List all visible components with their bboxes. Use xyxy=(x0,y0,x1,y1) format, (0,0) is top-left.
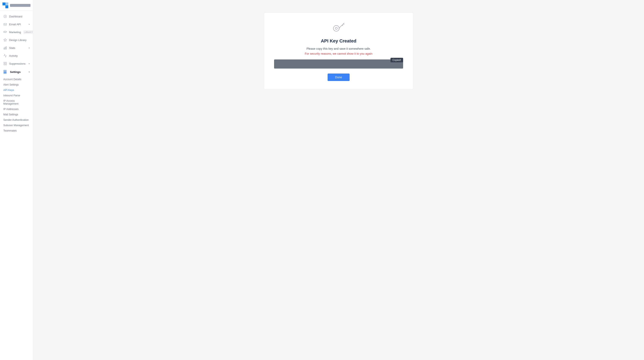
activity-icon xyxy=(3,54,7,58)
sidebar-item-marketing[interactable]: Marketing LEGACY ▾ xyxy=(0,28,33,36)
sidebar-item-design-library[interactable]: Design Library xyxy=(0,36,33,44)
sidebar-item-marketing-label: Marketing xyxy=(9,31,21,34)
sub-nav-item-ip-access-management[interactable]: IP Access Management xyxy=(0,98,33,106)
modal-warning: For security reasons, we cannot show it … xyxy=(305,52,372,55)
modal-subtitle: Please copy this key and save it somewhe… xyxy=(306,47,371,50)
sub-nav-item-teammates[interactable]: Teammates xyxy=(0,128,33,133)
email-api-chevron-icon: ▾ xyxy=(29,23,30,25)
sub-nav-item-mail-settings[interactable]: Mail Settings xyxy=(0,112,33,117)
sidebar-item-email-api[interactable]: Email API ▾ xyxy=(0,20,33,28)
sub-nav-item-alert-settings[interactable]: Alert Settings xyxy=(0,82,33,87)
svg-rect-1 xyxy=(6,5,8,8)
settings-chevron-icon: ▾ xyxy=(29,71,30,73)
sidebar-item-email-api-label: Email API xyxy=(9,23,21,26)
svg-line-22 xyxy=(342,25,343,26)
sidebar-item-dashboard[interactable]: Dashboard xyxy=(0,12,33,20)
svg-rect-6 xyxy=(4,48,4,49)
sidebar-item-dashboard-label: Dashboard xyxy=(9,15,22,18)
api-key-input[interactable] xyxy=(274,59,403,69)
svg-rect-5 xyxy=(4,23,7,25)
settings-icon xyxy=(3,70,8,74)
logo-text-bar xyxy=(10,4,30,7)
svg-rect-2 xyxy=(6,2,8,5)
svg-rect-13 xyxy=(4,70,5,71)
copied-tooltip: Copied! xyxy=(390,58,403,62)
sidebar-item-activity[interactable]: Activity xyxy=(0,52,33,60)
suppressions-icon xyxy=(3,62,7,65)
svg-rect-0 xyxy=(2,2,6,5)
sub-nav-item-api-keys[interactable]: API Keys xyxy=(0,87,33,93)
sidebar-nav: Dashboard Email API ▾ Marketing LEGACY ▾ xyxy=(0,11,33,360)
design-library-icon xyxy=(3,38,7,42)
sub-nav-item-ip-addresses[interactable]: IP Addresses xyxy=(0,106,33,112)
sidebar-item-settings[interactable]: Settings ▾ xyxy=(0,67,33,76)
marketing-legacy-badge: LEGACY xyxy=(24,31,33,33)
svg-rect-16 xyxy=(5,72,6,73)
sub-nav-item-sender-authentication[interactable]: Sender Authentication xyxy=(0,117,33,123)
svg-line-21 xyxy=(339,23,344,28)
sidebar-item-activity-label: Activity xyxy=(9,54,18,57)
modal-title: API Key Created xyxy=(321,38,356,44)
stats-chevron-icon: ▾ xyxy=(29,47,30,49)
main-content: API Key Created Please copy this key and… xyxy=(33,0,644,360)
sidebar-item-stats[interactable]: Stats ▾ xyxy=(0,44,33,52)
sub-nav-item-subuser-management[interactable]: Subuser Management xyxy=(0,123,33,128)
email-api-icon xyxy=(3,22,7,26)
svg-rect-8 xyxy=(6,47,7,49)
svg-rect-18 xyxy=(5,73,6,74)
sidebar-item-suppressions-label: Suppressions xyxy=(9,62,26,65)
api-key-field-wrap: Copied! xyxy=(274,59,403,69)
sidebar-item-suppressions[interactable]: Suppressions ▾ xyxy=(0,60,33,67)
api-key-created-card: API Key Created Please copy this key and… xyxy=(264,12,413,89)
sub-nav-item-account-details[interactable]: Account Details xyxy=(0,77,33,82)
suppressions-chevron-icon: ▾ xyxy=(29,63,30,65)
marketing-icon xyxy=(3,30,7,34)
dashboard-icon xyxy=(3,14,7,18)
svg-rect-14 xyxy=(5,70,6,71)
sendgrid-logo-icon xyxy=(2,2,8,8)
svg-rect-12 xyxy=(6,64,7,65)
done-button[interactable]: Done xyxy=(328,74,350,81)
stats-icon xyxy=(3,46,7,50)
svg-rect-11 xyxy=(4,64,5,65)
sidebar-item-settings-label: Settings xyxy=(10,70,20,74)
svg-rect-15 xyxy=(4,72,5,73)
key-icon-wrap xyxy=(331,21,346,34)
sub-nav-item-inbound-parse[interactable]: Inbound Parse xyxy=(0,93,33,98)
svg-rect-7 xyxy=(5,47,6,49)
key-icon xyxy=(331,21,346,33)
sidebar-logo xyxy=(0,0,33,11)
svg-point-4 xyxy=(5,16,6,16)
sidebar: Dashboard Email API ▾ Marketing LEGACY ▾ xyxy=(0,0,33,360)
sidebar-item-stats-label: Stats xyxy=(9,46,15,49)
svg-rect-9 xyxy=(4,62,5,63)
sidebar-item-design-library-label: Design Library xyxy=(9,38,26,42)
svg-point-20 xyxy=(335,27,337,29)
svg-line-23 xyxy=(343,24,344,25)
settings-sub-nav: Account Details Alert Settings API Keys … xyxy=(0,76,33,134)
svg-point-19 xyxy=(334,25,339,31)
svg-rect-17 xyxy=(4,73,5,74)
svg-rect-10 xyxy=(6,62,7,63)
